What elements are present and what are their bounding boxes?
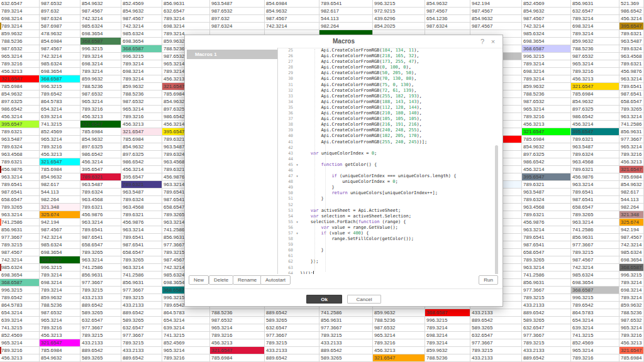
cell[interactable]: 889.6542 bbox=[121, 309, 162, 317]
cell[interactable]: 889.6542 bbox=[121, 354, 162, 362]
cell[interactable]: 789.6321 bbox=[0, 158, 40, 166]
cell[interactable]: 788.5236 bbox=[373, 317, 425, 324]
cell[interactable]: 963.3214 bbox=[619, 113, 644, 121]
cell[interactable]: 789.3214 bbox=[80, 53, 121, 60]
cell[interactable]: 789.6541 bbox=[0, 181, 40, 189]
macro-list-item[interactable]: Macros 1 bbox=[187, 50, 277, 59]
cell[interactable]: 789.3216 bbox=[619, 151, 644, 158]
cell[interactable]: 654.3214 bbox=[40, 106, 80, 113]
cell[interactable]: 864.5783 bbox=[40, 98, 80, 106]
cell[interactable]: 987.4567 bbox=[522, 15, 571, 23]
cell[interactable]: 789.3216 bbox=[40, 324, 80, 332]
cell[interactable]: 658.6547 bbox=[619, 98, 644, 106]
cell[interactable]: 589.3265 bbox=[80, 354, 121, 362]
cell[interactable]: 996.3215 bbox=[425, 317, 470, 324]
cell[interactable]: 987.6324 bbox=[425, 23, 470, 30]
cell[interactable]: 789.3214 bbox=[40, 287, 80, 294]
cell[interactable]: 996.3215 bbox=[571, 294, 619, 302]
cell[interactable]: 987.6532 bbox=[40, 0, 80, 8]
cell[interactable]: 368.6587 bbox=[40, 75, 80, 83]
cell[interactable]: 741.2586 bbox=[121, 272, 162, 279]
cell[interactable]: 789.3265 bbox=[571, 211, 619, 219]
cell[interactable]: 986.6542 bbox=[522, 158, 571, 166]
cell[interactable]: 321.6547 bbox=[571, 83, 619, 90]
cell[interactable]: 789.3214 bbox=[425, 339, 470, 347]
cell[interactable]: 321.6547 bbox=[40, 158, 80, 166]
cell[interactable]: 982.617 bbox=[619, 189, 644, 196]
fold-marker-icon[interactable]: ▾ bbox=[294, 219, 300, 225]
cell[interactable]: 368.6587 bbox=[0, 279, 40, 287]
cell[interactable]: 965.3214 bbox=[0, 53, 40, 60]
cell[interactable]: 977.3667 bbox=[319, 324, 373, 332]
cell[interactable]: 741.3215 bbox=[162, 332, 210, 339]
cell[interactable]: 589.3265 bbox=[470, 324, 522, 332]
cell[interactable]: 987.4567 bbox=[121, 15, 162, 23]
cell[interactable]: 632.6547 bbox=[0, 0, 40, 8]
cell[interactable]: 785.6984 bbox=[522, 136, 571, 143]
cell[interactable]: 856.9631 bbox=[571, 0, 619, 8]
cell[interactable]: 589.3265 bbox=[80, 309, 121, 317]
cell[interactable]: 965.3214 bbox=[0, 339, 40, 347]
cell[interactable]: 698.3214 bbox=[40, 279, 80, 287]
cell[interactable]: 963.5487 bbox=[80, 181, 121, 189]
cell[interactable]: 789.6321 bbox=[121, 181, 162, 189]
help-icon[interactable]: ? bbox=[479, 37, 486, 46]
cell[interactable]: 785.6984 bbox=[571, 90, 619, 98]
cell[interactable]: 986.6542 bbox=[619, 8, 644, 15]
cell[interactable]: 433.2133 bbox=[470, 354, 522, 362]
cell[interactable]: 456.3214 bbox=[121, 166, 162, 173]
cell[interactable]: 789.6541 bbox=[522, 234, 571, 241]
cell[interactable]: 456.3213 bbox=[0, 354, 40, 362]
cell[interactable]: 456.3213 bbox=[210, 339, 265, 347]
cell[interactable]: 789.6324 bbox=[80, 189, 121, 196]
cell[interactable]: 789.3265 bbox=[522, 256, 571, 264]
cell[interactable]: 972.9215 bbox=[373, 8, 425, 15]
cell[interactable]: 987.6532 bbox=[210, 317, 265, 324]
cell[interactable]: 789.3215 bbox=[265, 339, 319, 347]
cell[interactable]: 789.6541 bbox=[121, 234, 162, 241]
cell[interactable]: 395.6547 bbox=[522, 173, 571, 181]
cell[interactable]: 977.3667 bbox=[571, 241, 619, 249]
cell[interactable]: 789.3214 bbox=[0, 8, 40, 15]
cell[interactable]: 977.3667 bbox=[619, 136, 644, 143]
cell[interactable]: 963.4568 bbox=[619, 53, 644, 60]
cell[interactable]: 942.194 bbox=[470, 0, 522, 8]
cell[interactable]: 456.9876 bbox=[571, 173, 619, 181]
cell[interactable]: 987.6541 bbox=[80, 234, 121, 241]
rename-button[interactable]: Rename bbox=[233, 275, 262, 285]
cell[interactable]: 789.3216 bbox=[571, 354, 619, 362]
fold-marker-icon[interactable]: ▾ bbox=[294, 231, 300, 236]
cell[interactable]: 632.6547 bbox=[80, 317, 121, 324]
cell[interactable]: 864.5783 bbox=[0, 302, 40, 309]
cell[interactable]: 889.6542 bbox=[80, 302, 121, 309]
cell[interactable]: 965.3214 bbox=[121, 106, 162, 113]
cell[interactable]: 987.6541 bbox=[522, 241, 571, 249]
cell[interactable]: 963.5487 bbox=[619, 38, 644, 45]
cell[interactable]: 456.3213 bbox=[373, 347, 425, 354]
code-scrollbar[interactable] bbox=[495, 145, 498, 274]
cell[interactable]: 785.6984 bbox=[619, 173, 644, 181]
cell[interactable]: 982.264 bbox=[319, 23, 373, 30]
cell[interactable]: 986.6542 bbox=[80, 151, 121, 158]
cell[interactable]: 852.4569 bbox=[0, 332, 40, 339]
cell[interactable]: 368.6587 bbox=[121, 45, 162, 53]
cell[interactable]: 789.6324 bbox=[619, 45, 644, 53]
cell[interactable]: 985.6324 bbox=[619, 249, 644, 256]
cell[interactable]: 395.6547 bbox=[571, 128, 619, 136]
cell[interactable]: 864.5783 bbox=[571, 309, 619, 317]
cell[interactable]: 977.3667 bbox=[121, 332, 162, 339]
cell[interactable]: 658.6547 bbox=[121, 249, 162, 256]
cell[interactable]: 321.6547 bbox=[40, 339, 80, 347]
cell[interactable]: 852.4569 bbox=[522, 0, 571, 8]
cell[interactable]: 854.9632 bbox=[425, 0, 470, 8]
cell[interactable]: 859.9632 bbox=[571, 38, 619, 45]
cell[interactable]: 632.6547 bbox=[162, 8, 210, 15]
cell[interactable]: 321.348 bbox=[619, 211, 644, 219]
cell[interactable]: 741.2586 bbox=[0, 219, 40, 226]
cell[interactable]: 789.3214 bbox=[619, 279, 644, 287]
cell[interactable]: 789.3215 bbox=[121, 294, 162, 302]
cell[interactable]: 852.4569 bbox=[40, 128, 80, 136]
fold-marker-icon[interactable]: ▾ bbox=[294, 173, 300, 179]
cell[interactable]: 698.3654 bbox=[571, 279, 619, 287]
cell[interactable]: 789.6321 bbox=[522, 181, 571, 189]
